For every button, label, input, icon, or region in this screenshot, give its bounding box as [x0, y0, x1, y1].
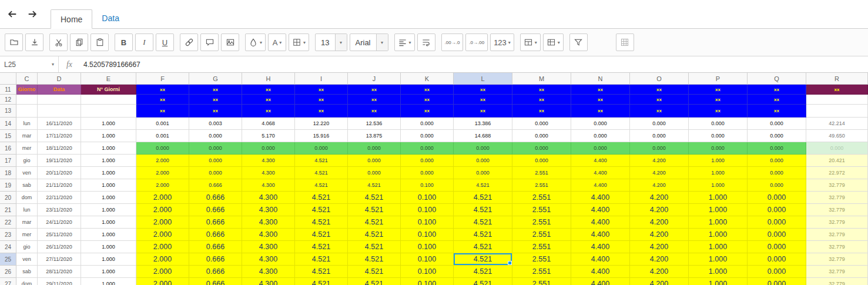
cell-H23[interactable]: 4.300 [242, 229, 295, 241]
cell-N17[interactable]: 4.400 [571, 155, 630, 167]
insert-image-button[interactable] [221, 33, 239, 51]
back-button[interactable] [6, 8, 19, 21]
cell-J12[interactable]: xx [348, 95, 401, 105]
cell-J22[interactable]: 4.521 [348, 216, 401, 229]
cell-M14[interactable]: 0.000 [512, 118, 571, 130]
cell-name-box[interactable]: L25 ▾ [0, 56, 59, 72]
cell-G23[interactable]: 0.666 [189, 229, 242, 241]
cell-M11[interactable]: xx [512, 85, 571, 95]
cell-D23[interactable]: 25/11/2020 [38, 229, 81, 241]
cell-M25[interactable]: 2.551 [512, 253, 571, 266]
cell-O21[interactable]: 4.200 [630, 204, 689, 216]
cell-I23[interactable]: 4.521 [295, 229, 348, 241]
cell-Q12[interactable]: xx [748, 95, 806, 105]
cell-D20[interactable]: 22/11/2020 [38, 192, 81, 204]
cell-E24[interactable]: 1.000 [81, 241, 136, 253]
cell-P25[interactable]: 1.000 [689, 253, 748, 266]
cell-C15[interactable]: mar [16, 130, 38, 142]
cell-F19[interactable]: 2.000 [136, 179, 189, 192]
cell-D15[interactable]: 17/11/2020 [38, 130, 81, 142]
tab-data[interactable]: Data [92, 9, 129, 28]
cell-P16[interactable]: 0.000 [689, 142, 748, 155]
cell-R15[interactable]: 49.650 [806, 130, 868, 142]
cell-D27[interactable]: 29/11/2020 [38, 278, 81, 285]
cell-H20[interactable]: 4.300 [242, 192, 295, 204]
cell-O19[interactable]: 4.200 [630, 179, 689, 192]
cell-F25[interactable]: 2.000 [136, 253, 189, 266]
cell-C18[interactable]: ven [16, 167, 38, 179]
cell-H26[interactable]: 4.300 [242, 266, 295, 278]
cell-R11[interactable]: xx [806, 85, 868, 95]
cell-L25[interactable]: 4.521 [454, 253, 512, 266]
cell-R18[interactable]: 22.972 [806, 167, 868, 179]
cell-E17[interactable]: 1.000 [81, 155, 136, 167]
cell-D26[interactable]: 28/11/2020 [38, 266, 81, 278]
cell-C12[interactable] [16, 95, 38, 105]
cell-P11[interactable]: xx [689, 85, 748, 95]
column-header-J[interactable]: J [348, 73, 401, 85]
cell-K22[interactable]: 0.100 [401, 216, 454, 229]
cell-M26[interactable]: 2.551 [512, 266, 571, 278]
cell-N25[interactable]: 4.400 [571, 253, 630, 266]
row-header-24[interactable]: 24 [0, 241, 16, 253]
cell-K13[interactable]: xx [401, 105, 454, 118]
cell-Q25[interactable]: 0.000 [748, 253, 806, 266]
cell-N15[interactable]: 0.000 [571, 130, 630, 142]
column-header-D[interactable]: D [38, 73, 81, 85]
cell-O14[interactable]: 0.000 [630, 118, 689, 130]
cell-R21[interactable]: 32.779 [806, 204, 868, 216]
row-header-20[interactable]: 20 [0, 192, 16, 204]
cell-J15[interactable]: 13.875 [348, 130, 401, 142]
cell-R22[interactable]: 32.779 [806, 216, 868, 229]
cell-L11[interactable]: xx [454, 85, 512, 95]
cell-F18[interactable]: 2.000 [136, 167, 189, 179]
cell-M12[interactable]: xx [512, 95, 571, 105]
underline-button[interactable]: U [156, 33, 174, 51]
cell-H15[interactable]: 5.170 [242, 130, 295, 142]
cell-M22[interactable]: 2.551 [512, 216, 571, 229]
cell-R16[interactable]: 0.000 [806, 142, 868, 155]
cell-G18[interactable]: 0.000 [189, 167, 242, 179]
cell-I11[interactable]: xx [295, 85, 348, 95]
cell-L14[interactable]: 13.386 [454, 118, 512, 130]
cell-O11[interactable]: xx [630, 85, 689, 95]
row-header-25[interactable]: 25 [0, 253, 16, 266]
cell-M24[interactable]: 2.551 [512, 241, 571, 253]
bold-button[interactable]: B [115, 33, 133, 51]
cell-Q24[interactable]: 0.000 [748, 241, 806, 253]
cell-J16[interactable]: 0.000 [348, 142, 401, 155]
open-file-button[interactable] [5, 33, 23, 51]
select-all-corner[interactable] [0, 73, 16, 85]
cell-G25[interactable]: 0.666 [189, 253, 242, 266]
cell-R17[interactable]: 20.421 [806, 155, 868, 167]
cell-Q14[interactable]: 0.000 [748, 118, 806, 130]
cell-O20[interactable]: 4.200 [630, 192, 689, 204]
alignment-button[interactable]: ▾ [394, 33, 415, 51]
cell-M21[interactable]: 2.551 [512, 204, 571, 216]
cell-F22[interactable]: 2.000 [136, 216, 189, 229]
cell-L18[interactable]: 0.000 [454, 167, 512, 179]
cell-O25[interactable]: 4.200 [630, 253, 689, 266]
cell-D11[interactable]: Data [38, 85, 81, 95]
column-header-L[interactable]: L [454, 73, 512, 85]
cell-E19[interactable]: 1.000 [81, 179, 136, 192]
cell-C22[interactable]: mar [16, 216, 38, 229]
cell-F17[interactable]: 2.000 [136, 155, 189, 167]
cell-P27[interactable]: 1.000 [689, 278, 748, 285]
freeze-panes-button[interactable]: ▾ [543, 33, 564, 51]
cell-L12[interactable]: xx [454, 95, 512, 105]
cell-L17[interactable]: 0.000 [454, 155, 512, 167]
cell-Q22[interactable]: 0.000 [748, 216, 806, 229]
cell-L24[interactable]: 4.521 [454, 241, 512, 253]
cell-F24[interactable]: 2.000 [136, 241, 189, 253]
cell-J14[interactable]: 12.536 [348, 118, 401, 130]
column-header-N[interactable]: N [571, 73, 630, 85]
cell-O12[interactable]: xx [630, 95, 689, 105]
column-header-H[interactable]: H [242, 73, 295, 85]
cell-D25[interactable]: 27/11/2020 [38, 253, 81, 266]
cell-Q11[interactable]: xx [748, 85, 806, 95]
cell-G13[interactable]: xx [189, 105, 242, 118]
cell-C25[interactable]: ven [16, 253, 38, 266]
cell-Q20[interactable]: 0.000 [748, 192, 806, 204]
cell-L20[interactable]: 4.521 [454, 192, 512, 204]
